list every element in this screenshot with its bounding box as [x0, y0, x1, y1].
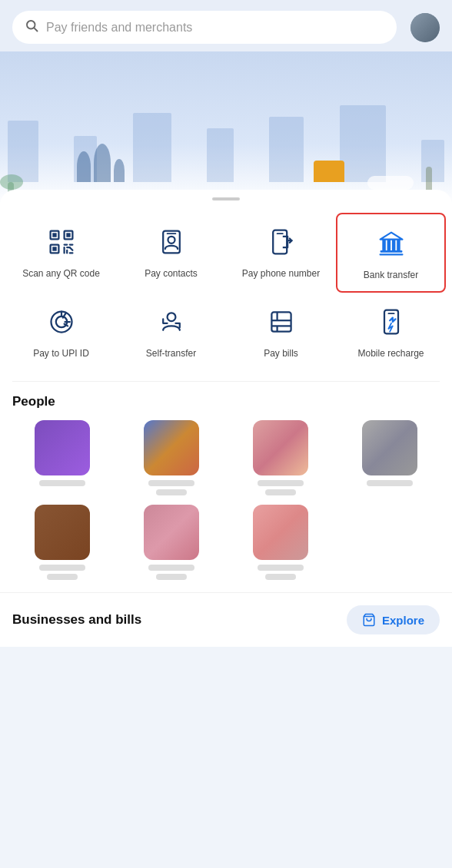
hero-auto	[314, 161, 344, 182]
person-avatar-4	[362, 420, 417, 475]
person-item-4[interactable]	[340, 420, 440, 495]
person-name-2a	[148, 480, 194, 486]
action-bank-transfer[interactable]: Bank transfer	[336, 213, 446, 293]
svg-rect-7	[52, 247, 56, 250]
pay-bills-icon	[261, 302, 301, 342]
people-section: People	[0, 394, 452, 592]
person-name-6a	[148, 565, 194, 571]
person-item-7[interactable]	[231, 505, 331, 580]
svg-point-29	[167, 313, 175, 321]
bank-transfer-icon	[371, 224, 411, 263]
pay-contacts-icon	[151, 222, 191, 262]
drag-handle	[212, 197, 240, 200]
businesses-section: Businesses and bills Explore	[0, 592, 452, 647]
people-grid	[0, 420, 452, 592]
person-name-1	[39, 480, 85, 486]
svg-rect-24	[397, 240, 400, 250]
svg-rect-21	[382, 240, 386, 250]
pay-bills-label: Pay bills	[264, 348, 298, 360]
person-name-3b	[265, 489, 296, 495]
header: Pay friends and merchants	[0, 0, 452, 51]
action-mobile-recharge[interactable]: Mobile recharge	[336, 293, 446, 369]
svg-line-1	[34, 28, 37, 31]
person-name-5a	[39, 565, 85, 571]
self-transfer-label: Self-transfer	[146, 348, 196, 360]
svg-rect-25	[380, 250, 402, 253]
svg-rect-22	[387, 240, 391, 250]
person-name-7a	[258, 565, 304, 571]
user-avatar[interactable]	[410, 13, 440, 42]
svg-rect-30	[271, 312, 291, 331]
action-pay-bills[interactable]: Pay bills	[226, 293, 336, 369]
mobile-recharge-icon	[371, 302, 411, 342]
person-avatar-7	[253, 505, 308, 560]
pay-contacts-label: Pay contacts	[145, 268, 198, 280]
search-placeholder: Pay friends and merchants	[46, 21, 384, 35]
hero-buildings	[0, 105, 452, 182]
person-avatar-5	[35, 505, 90, 560]
person-item-2[interactable]	[121, 420, 221, 495]
building-3	[133, 113, 171, 182]
person-item-5[interactable]	[12, 505, 112, 580]
person-avatar-2	[144, 420, 199, 475]
explore-bag-icon	[362, 613, 376, 627]
action-pay-upi[interactable]: Pay to UPI ID	[6, 293, 116, 369]
person-name-7b	[265, 574, 296, 580]
pay-phone-icon	[261, 222, 301, 262]
pay-upi-icon	[42, 302, 81, 342]
explore-label: Explore	[382, 614, 424, 627]
action-self-transfer[interactable]: Self-transfer	[116, 293, 226, 369]
person-avatar-1	[35, 420, 90, 475]
person-name-2b	[156, 489, 187, 495]
person-name-3a	[258, 480, 304, 486]
scan-qr-icon	[42, 222, 81, 262]
people-section-title: People	[0, 394, 452, 420]
scan-qr-label: Scan any QR code	[22, 268, 100, 280]
figure-1	[77, 151, 91, 182]
svg-rect-3	[52, 233, 56, 237]
building-5	[269, 117, 304, 182]
explore-button[interactable]: Explore	[347, 605, 440, 634]
building-4	[207, 128, 234, 182]
svg-rect-23	[391, 240, 395, 250]
search-bar[interactable]: Pay friends and merchants	[12, 11, 397, 44]
businesses-title: Businesses and bills	[12, 612, 141, 628]
svg-point-16	[168, 237, 174, 244]
person-name-6b	[156, 574, 187, 580]
person-item-1[interactable]	[12, 420, 112, 495]
action-grid-row1: Scan any QR code Pay contacts	[0, 213, 452, 381]
bank-transfer-label: Bank transfer	[364, 270, 418, 282]
self-transfer-icon	[151, 302, 191, 342]
hero-cloud	[367, 176, 414, 190]
cards-container: Scan any QR code Pay contacts	[0, 190, 452, 647]
pay-phone-label: Pay phone number	[242, 268, 320, 280]
hero-figures	[77, 144, 125, 182]
svg-rect-5	[66, 233, 70, 237]
person-item-6[interactable]	[121, 505, 221, 580]
hero-banner	[0, 51, 452, 205]
svg-marker-20	[380, 233, 402, 240]
action-pay-phone[interactable]: Pay phone number	[226, 213, 336, 293]
person-avatar-6	[144, 505, 199, 560]
search-icon	[25, 18, 38, 36]
person-avatar-3	[253, 420, 308, 475]
building-6	[340, 105, 386, 182]
action-pay-contacts[interactable]: Pay contacts	[116, 213, 226, 293]
section-divider-1	[12, 381, 440, 382]
person-item-3[interactable]	[231, 420, 331, 495]
person-name-5b	[47, 574, 78, 580]
person-name-4	[367, 480, 413, 486]
mobile-recharge-label: Mobile recharge	[357, 348, 424, 360]
pay-upi-label: Pay to UPI ID	[33, 348, 89, 360]
svg-line-12	[69, 247, 72, 250]
figure-3	[114, 159, 125, 182]
figure-2	[94, 144, 111, 182]
action-scan-qr[interactable]: Scan any QR code	[6, 213, 116, 293]
